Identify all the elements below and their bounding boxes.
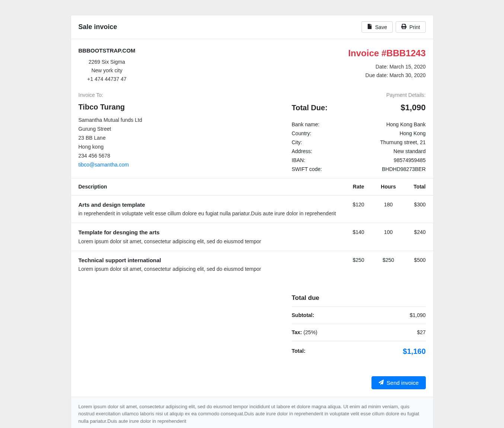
save-button[interactable]: Save: [361, 21, 393, 33]
bill-to-block: Invoice To: Tibco Turang Samantha Mutual…: [79, 91, 277, 174]
payment-row-label: IBAN:: [292, 156, 306, 164]
payment-row-label: Country:: [292, 130, 312, 137]
bill-to-street1: Gurung Street: [79, 125, 277, 133]
payment-row-value: BHDHD98273BER: [382, 165, 426, 173]
total-due-amount: $1,090: [401, 101, 425, 114]
card-body: BBBOOTSTRAP.COM 2269 Six Sigma New york …: [71, 39, 433, 397]
bill-to-company: Samantha Mutual funds Ltd: [79, 116, 277, 124]
item-title: Technical support international: [79, 256, 336, 265]
item-description: in reprehenderit in voluptate velit esse…: [79, 210, 336, 218]
invoice-table: Description Rate Hours Total Arts and de…: [71, 178, 433, 279]
payment-row-label: Address:: [292, 148, 312, 155]
print-button-label: Print: [409, 24, 420, 30]
file-icon: [367, 24, 372, 30]
payment-row-value: Thurnung street, 21: [380, 139, 425, 146]
invoice-number: Invoice #BBB1243: [348, 47, 425, 60]
table-row: Arts and design templatein reprehenderit…: [71, 195, 433, 223]
item-description: Lorem ipsum dolor sit amet, consectetur …: [79, 265, 336, 273]
invoice-due-label: Due date:: [366, 72, 388, 78]
page-title: Sale invoice: [79, 22, 117, 32]
actions: Send invoice: [79, 376, 426, 389]
bill-to-label: Invoice To:: [79, 91, 277, 99]
total-value: $1,160: [403, 346, 425, 357]
table-row: Template for desnging the artsLorem ipsu…: [71, 223, 433, 251]
payment-row: IBAN:98574959485: [292, 156, 426, 164]
paper-plane-icon: [379, 380, 384, 386]
cell-total: $500: [403, 251, 433, 278]
print-button[interactable]: Print: [396, 21, 426, 33]
org-block: BBBOOTSTRAP.COM 2269 Six Sigma New york …: [79, 47, 135, 84]
bill-to-name: Tibco Turang: [79, 101, 277, 112]
card-footer: Lorem ipsum dolor sit amet, consectetur …: [71, 397, 433, 428]
payment-row-label: City:: [292, 139, 302, 146]
tax-value: $27: [417, 329, 425, 336]
cell-rate: $250: [344, 251, 373, 278]
card-header: Sale invoice Save Print: [71, 15, 433, 39]
subtotal-value: $1,090: [410, 311, 426, 319]
cell-hours: 100: [373, 223, 403, 251]
table-row: Technical support internationalLorem ips…: [71, 251, 433, 278]
th-description: Description: [71, 178, 344, 195]
payment-row-value: 98574959485: [394, 156, 426, 164]
item-description: Lorem ipsum dolor sit amet, consectetur …: [79, 238, 336, 245]
org-phone: +1 474 44737 47: [79, 75, 135, 83]
tax-row: Tax: (25%) $27: [292, 324, 426, 341]
print-icon: [401, 24, 406, 30]
table-header-row: Description Rate Hours Total: [71, 178, 433, 195]
tax-label-text: Tax:: [292, 329, 302, 335]
org-address1: 2269 Six Sigma: [79, 58, 135, 66]
bill-to-street2: 23 BB Lane: [79, 134, 277, 142]
totals-box: Total due Subtotal: $1,090 Tax: (25%) $2…: [292, 293, 426, 361]
totals-section: Total due Subtotal: $1,090 Tax: (25%) $2…: [79, 293, 426, 361]
total-due-label: Total Due:: [292, 102, 328, 113]
save-button-label: Save: [375, 24, 387, 30]
invoice-date-label: Date:: [376, 64, 388, 70]
payment-row-value: Hong Kong: [399, 130, 425, 137]
footer-text: Lorem ipsum dolor sit amet, consectetur …: [79, 404, 420, 424]
payment-row-value: New standard: [393, 148, 425, 155]
payment-row-value: Hong Kong Bank: [386, 121, 426, 129]
payment-row: SWIFT code:BHDHD98273BER: [292, 165, 426, 173]
invoice-due: Due date: March 30, 2020: [348, 72, 425, 79]
payment-row: Address:New standard: [292, 148, 426, 155]
invoice-due-value: March 30, 2020: [389, 72, 425, 78]
payment-label: Payment Details:: [292, 91, 426, 99]
payment-row: Bank name:Hong Kong Bank: [292, 121, 426, 129]
th-hours: Hours: [373, 178, 403, 195]
invoice-card: Sale invoice Save Print BBBOOTSTRAP.COM …: [71, 15, 434, 428]
cell-total: $300: [403, 195, 433, 223]
invoice-date: Date: March 15, 2020: [348, 63, 425, 71]
cell-hours: $250: [373, 251, 403, 278]
payment-row-label: Bank name:: [292, 121, 320, 129]
send-invoice-button[interactable]: Send invoice: [371, 376, 426, 389]
invoice-date-value: March 15, 2020: [389, 64, 425, 70]
th-rate: Rate: [344, 178, 373, 195]
bill-to-email[interactable]: tibco@samantha.com: [79, 162, 129, 168]
payment-row: City:Thurnung street, 21: [292, 139, 426, 146]
send-invoice-label: Send invoice: [387, 380, 419, 386]
cell-description: Template for desnging the artsLorem ipsu…: [71, 223, 344, 251]
tax-label: Tax: (25%): [292, 329, 318, 336]
invoice-meta: Invoice #BBB1243 Date: March 15, 2020 Du…: [348, 47, 425, 84]
cell-rate: $140: [344, 223, 373, 251]
tax-pct: (25%): [303, 329, 317, 335]
totals-heading: Total due: [292, 293, 426, 307]
cell-rate: $120: [344, 195, 373, 223]
payment-header: Total Due: $1,090: [292, 101, 426, 117]
total-label: Total:: [292, 347, 306, 355]
cell-description: Arts and design templatein reprehenderit…: [71, 195, 344, 223]
top-row: BBBOOTSTRAP.COM 2269 Six Sigma New york …: [79, 47, 426, 84]
cell-total: $240: [403, 223, 433, 251]
cell-hours: 180: [373, 195, 403, 223]
toolbar: Save Print: [361, 21, 426, 33]
cell-description: Technical support internationalLorem ips…: [71, 251, 344, 278]
payment-block: Payment Details: Total Due: $1,090 Bank …: [292, 91, 426, 174]
payment-row-label: SWIFT code:: [292, 165, 322, 173]
item-title: Template for desnging the arts: [79, 228, 336, 237]
total-row: Total: $1,160: [292, 341, 426, 361]
details-row: Invoice To: Tibco Turang Samantha Mutual…: [79, 91, 426, 174]
payment-row: Country:Hong Kong: [292, 130, 426, 137]
th-total: Total: [403, 178, 433, 195]
subtotal-row: Subtotal: $1,090: [292, 307, 426, 324]
org-address2: New york city: [79, 67, 135, 74]
